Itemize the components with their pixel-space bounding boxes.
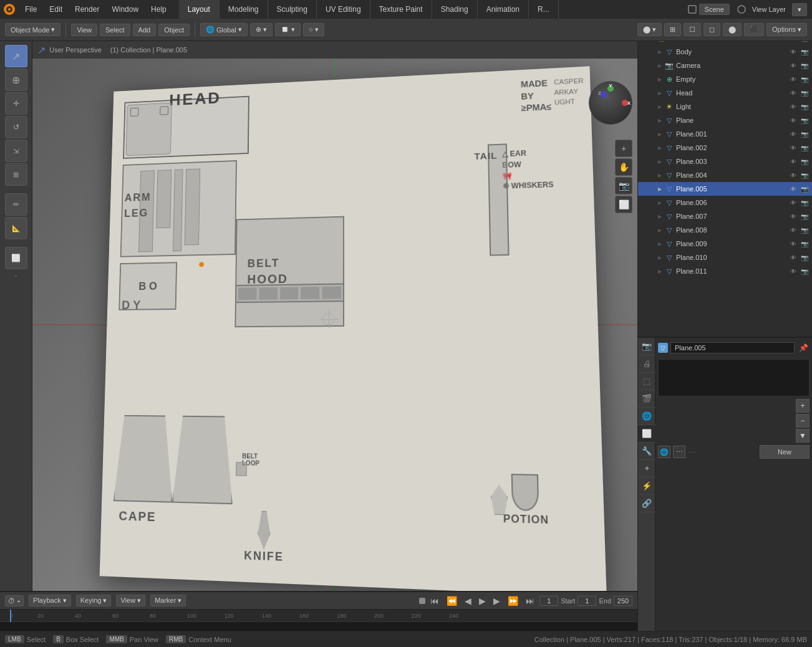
- head-visibility[interactable]: 👁: [788, 88, 798, 98]
- marker-btn[interactable]: Marker ▾: [150, 595, 186, 606]
- menu-edit[interactable]: Edit: [43, 0, 69, 19]
- empty-render[interactable]: 📷: [800, 74, 810, 84]
- tab-layout[interactable]: Layout: [179, 0, 220, 19]
- ortho-btn[interactable]: ⬜: [615, 196, 632, 213]
- camera-expand[interactable]: ▶: [655, 61, 664, 70]
- plane009-expand[interactable]: ▶: [655, 239, 664, 248]
- prop-tab-physics[interactable]: ⚡: [638, 477, 655, 495]
- plane005-visibility[interactable]: 👁: [788, 184, 798, 194]
- plane008-render[interactable]: 📷: [800, 225, 810, 235]
- empty-expand[interactable]: ▶: [655, 75, 664, 84]
- light-render[interactable]: 📷: [800, 102, 810, 112]
- prop-tab-object[interactable]: ⬜: [638, 425, 655, 443]
- shading-wireframe[interactable]: ◻: [703, 23, 720, 36]
- end-frame-input[interactable]: 250: [614, 596, 632, 606]
- tab-modeling[interactable]: Modeling: [220, 0, 268, 19]
- select-tool-btn[interactable]: ↗: [5, 45, 27, 67]
- current-frame-display[interactable]: 1: [539, 596, 558, 606]
- viewport-shading[interactable]: ⬤ ▾: [637, 23, 662, 36]
- plane001-visibility[interactable]: 👁: [788, 129, 798, 139]
- body-visibility[interactable]: 👁: [788, 47, 798, 57]
- plane010-render[interactable]: 📷: [800, 252, 810, 262]
- keying-btn[interactable]: Keying ▾: [76, 595, 112, 606]
- tab-shading[interactable]: Shading: [432, 0, 478, 19]
- camera-visibility[interactable]: 👁: [788, 60, 798, 70]
- plane-expand[interactable]: ▶: [655, 116, 664, 125]
- body-expand[interactable]: ▶: [655, 47, 664, 56]
- plane001-render[interactable]: 📷: [800, 129, 810, 139]
- plane010-visibility[interactable]: 👁: [788, 252, 798, 262]
- measure-tool-btn[interactable]: 📐: [5, 217, 27, 239]
- rotate-tool-btn[interactable]: ↺: [5, 116, 27, 138]
- plane004-render[interactable]: 📷: [800, 170, 810, 180]
- body-render[interactable]: 📷: [800, 47, 810, 57]
- timeline-type-btn[interactable]: ⏱ ▾: [5, 595, 24, 606]
- outliner-camera[interactable]: ▶ 📷 Camera 👁 📷: [638, 59, 812, 72]
- next-keyframe-btn[interactable]: ⏩: [505, 595, 521, 607]
- scale-tool-btn[interactable]: ⇲: [5, 140, 27, 162]
- tab-rendering[interactable]: R...: [529, 0, 559, 19]
- plane008-visibility[interactable]: 👁: [788, 225, 798, 235]
- plane003-render[interactable]: 📷: [800, 156, 810, 166]
- snap-selector[interactable]: 🔲 ▾: [275, 23, 301, 36]
- prop-tab-world[interactable]: 🌐: [638, 408, 655, 425]
- tab-texture-paint[interactable]: Texture Paint: [370, 0, 432, 19]
- prop-tab-render[interactable]: 📷: [638, 338, 655, 355]
- outliner-plane-002[interactable]: ▶ ▽ Plane.002 👁 📷: [638, 141, 812, 155]
- tab-sculpting[interactable]: Sculpting: [268, 0, 317, 19]
- pivot-selector[interactable]: ⊕ ▾: [250, 23, 273, 36]
- prop-tab-modifiers[interactable]: 🔧: [638, 443, 655, 460]
- outliner-plane-009[interactable]: ▶ ▽ Plane.009 👁 📷: [638, 237, 812, 251]
- prev-frame-btn[interactable]: ◀: [462, 595, 474, 607]
- options-btn[interactable]: Options ▾: [766, 23, 807, 36]
- plane001-expand[interactable]: ▶: [655, 130, 664, 138]
- plane004-expand[interactable]: ▶: [655, 171, 664, 180]
- jump-to-last-btn[interactable]: ⏭: [523, 595, 537, 607]
- tab-animation[interactable]: Animation: [478, 0, 529, 19]
- plane002-render[interactable]: 📷: [800, 143, 810, 153]
- material-browse-btn[interactable]: 🌐: [658, 446, 670, 458]
- view-menu[interactable]: View: [71, 24, 97, 36]
- outliner-plane-006[interactable]: ▶ ▽ Plane.006 👁 📷: [638, 196, 812, 209]
- plane007-visibility[interactable]: 👁: [788, 211, 798, 221]
- add-primitive-btn[interactable]: ⬜: [5, 247, 27, 269]
- plane008-expand[interactable]: ▶: [655, 226, 664, 234]
- plane-visibility[interactable]: 👁: [788, 115, 798, 125]
- object-name-input[interactable]: Plane.005: [670, 342, 795, 353]
- menu-file[interactable]: File: [19, 0, 43, 19]
- outliner-plane-008[interactable]: ▶ ▽ Plane.008 👁 📷: [638, 223, 812, 237]
- prop-tab-output[interactable]: 🖨: [638, 355, 655, 373]
- menu-help[interactable]: Help: [145, 0, 173, 19]
- object-pin-btn[interactable]: 📌: [797, 342, 810, 354]
- head-expand[interactable]: ▶: [655, 89, 664, 97]
- outliner-plane-003[interactable]: ▶ ▽ Plane.003 👁 📷: [638, 155, 812, 168]
- tab-uv-editing[interactable]: UV Editing: [317, 0, 370, 19]
- menu-window[interactable]: Window: [105, 0, 145, 19]
- remove-slot-btn[interactable]: −: [796, 414, 810, 428]
- plane011-visibility[interactable]: 👁: [788, 266, 798, 276]
- prop-tab-constraints[interactable]: 🔗: [638, 495, 655, 512]
- plane005-render[interactable]: 📷: [800, 184, 810, 194]
- outliner-plane-005[interactable]: ▶ ▽ Plane.005 👁 📷: [638, 182, 812, 196]
- outliner-light[interactable]: ▶ ☀ Light 👁 📷: [638, 100, 812, 113]
- plane009-visibility[interactable]: 👁: [788, 239, 798, 249]
- transform-selector[interactable]: 🌐 Global ▾: [200, 23, 248, 36]
- timeline-view-btn[interactable]: View ▾: [116, 595, 145, 606]
- prop-tab-particles[interactable]: ✦: [638, 460, 655, 477]
- plane004-visibility[interactable]: 👁: [788, 170, 798, 180]
- shading-solid[interactable]: ⬤: [723, 23, 742, 36]
- add-slot-btn[interactable]: +: [796, 399, 810, 413]
- select-menu[interactable]: Select: [100, 24, 130, 36]
- navigation-gizmo[interactable]: Y X Z: [589, 81, 632, 125]
- prop-tab-scene[interactable]: 🎬: [638, 390, 655, 408]
- play-btn[interactable]: ▶: [476, 595, 488, 607]
- outliner-head[interactable]: ▶ ▽ Head 👁 📷: [638, 86, 812, 100]
- grab-tool-btn[interactable]: ✋: [615, 158, 632, 176]
- plane007-render[interactable]: 📷: [800, 211, 810, 221]
- plane003-expand[interactable]: ▶: [655, 157, 664, 166]
- outliner-body[interactable]: ▶ ▽ Body 👁 📷: [638, 45, 812, 59]
- object-menu[interactable]: Object: [158, 24, 190, 36]
- head-render[interactable]: 📷: [800, 88, 810, 98]
- proportional-edit[interactable]: ○ ▾: [303, 23, 324, 36]
- outliner-plane-010[interactable]: ▶ ▽ Plane.010 👁 📷: [638, 251, 812, 264]
